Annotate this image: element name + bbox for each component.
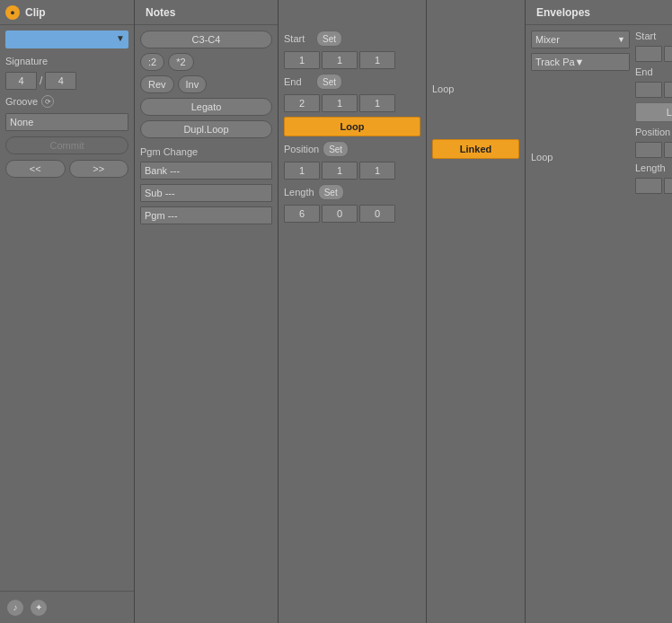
env-end-input-1[interactable] (635, 82, 662, 98)
start-label: Start (284, 33, 313, 44)
prev-button[interactable]: << (5, 160, 66, 178)
clip-panel: ● Clip ▼ Signature / Groove ⟳ Commit (0, 0, 135, 623)
env-position-label: Position (635, 127, 672, 137)
env-length-inputs (635, 178, 672, 194)
env-len-input-1[interactable] (635, 178, 662, 194)
loop-content: Loop Linked (427, 25, 525, 164)
envelopes-main: Mixer ▼ Track Pa▼ Loop Start (526, 25, 672, 199)
groove-input[interactable] (5, 113, 128, 131)
dupl-loop-button[interactable]: Dupl.Loop (140, 120, 272, 138)
signature-inputs: / (5, 72, 128, 90)
loop-spacer2 (432, 99, 519, 135)
commit-button[interactable]: Commit (5, 136, 128, 154)
legato-button[interactable]: Legato (140, 98, 272, 116)
loop-section-label: Loop (432, 83, 519, 94)
device-dropdown[interactable]: Mixer ▼ (531, 31, 630, 48)
signature-label: Signature (5, 56, 48, 66)
clip-header-circle[interactable]: ● (5, 5, 20, 20)
start-row: Start Set (284, 31, 420, 47)
env-length-label: Length (635, 162, 672, 173)
groove-row: Groove ⟳ (5, 95, 128, 108)
notes-title: Notes (146, 6, 175, 19)
start-input-2[interactable] (322, 51, 358, 69)
notes-header: Notes (135, 0, 278, 25)
length-input-3[interactable] (359, 205, 395, 223)
pgm-input[interactable] (140, 206, 272, 224)
nav-row: << >> (5, 160, 128, 178)
audio-icon[interactable]: ✦ (31, 600, 47, 616)
inv-button[interactable]: Inv (178, 75, 208, 93)
envelopes-panel: Envelopes + Mixer ▼ Track Pa▼ Loop S (526, 0, 672, 623)
start-input-1[interactable] (284, 51, 320, 69)
sig-slash: / (40, 75, 42, 87)
env-end-input-2[interactable] (664, 82, 672, 98)
position-input-1[interactable] (284, 162, 320, 180)
end-input-2[interactable] (322, 94, 358, 112)
signature-numerator[interactable] (5, 72, 37, 90)
position-input-2[interactable] (322, 162, 358, 180)
notes-panel: Notes C3-C4 :2 *2 Rev Inv Legato Dupl.Lo… (135, 0, 279, 623)
bank-input[interactable] (140, 162, 272, 180)
end-label: End (284, 76, 313, 87)
linked-button[interactable]: Linked (432, 139, 519, 159)
device-dropdown-arrow: ▼ (617, 35, 625, 44)
env-start-label: Start (635, 31, 672, 41)
env-start-input-1[interactable] (635, 46, 662, 62)
track-dropdown[interactable]: Track Pa▼ (531, 53, 630, 71)
notes-content: C3-C4 :2 *2 Rev Inv Legato Dupl.Loop Pgm… (135, 25, 278, 623)
position-input-3[interactable] (359, 162, 395, 180)
loop-button[interactable]: Loop (284, 117, 420, 136)
position-content: Start Set End Set Loop Position (279, 25, 426, 623)
midi-icon[interactable]: ♪ (7, 600, 23, 616)
groove-label: Groove (5, 96, 38, 107)
env-pos-input-2[interactable] (664, 142, 672, 158)
env-position-inputs (635, 142, 672, 158)
env-pos-input-1[interactable] (635, 142, 662, 158)
signature-row: Signature (5, 56, 128, 66)
env-spacer (531, 75, 630, 147)
position-inputs (284, 162, 420, 180)
end-input-3[interactable] (359, 94, 395, 112)
position-label: Position (284, 144, 319, 154)
transpose-down-button[interactable]: :2 (140, 53, 164, 71)
length-label: Length (284, 187, 314, 197)
end-set-button[interactable]: Set (316, 74, 342, 90)
sub-input[interactable] (140, 184, 272, 202)
envelopes-header: Envelopes + (526, 0, 672, 25)
clip-content: ▼ Signature / Groove ⟳ Commit << (0, 25, 134, 591)
pgm-change-label: Pgm Change (140, 146, 272, 157)
env-left: Mixer ▼ Track Pa▼ Loop (531, 31, 630, 194)
position-row: Position Set (284, 141, 420, 157)
loop-panel: Loop Linked (427, 0, 526, 623)
groove-icon[interactable]: ⟳ (41, 95, 54, 108)
env-loop-button[interactable]: Loop (635, 102, 672, 122)
env-end-inputs (635, 82, 672, 98)
clip-bottom: ♪ ✦ (0, 591, 134, 623)
length-input-1[interactable] (284, 205, 320, 223)
length-set-button[interactable]: Set (318, 184, 344, 200)
note-range-button[interactable]: C3-C4 (140, 31, 272, 48)
start-input-3[interactable] (359, 51, 395, 69)
loop-spacer1 (432, 31, 519, 79)
env-len-input-2[interactable] (664, 178, 672, 194)
envelopes-title: Envelopes (536, 6, 590, 19)
start-set-button[interactable]: Set (316, 31, 342, 47)
color-bar-arrow: ▼ (116, 33, 125, 43)
transpose-row: :2 *2 (140, 53, 272, 71)
end-row: End Set (284, 74, 420, 90)
transpose-up-button[interactable]: *2 (168, 53, 193, 71)
next-button[interactable]: >> (69, 160, 129, 178)
clip-title: Clip (25, 6, 46, 19)
position-set-button[interactable]: Set (323, 141, 349, 157)
end-inputs (284, 94, 420, 112)
signature-denominator[interactable] (45, 72, 76, 90)
length-inputs (284, 205, 420, 223)
env-start-input-2[interactable] (664, 46, 672, 62)
rev-button[interactable]: Rev (140, 75, 174, 93)
length-input-2[interactable] (322, 205, 358, 223)
env-right: Start End Loop Position (635, 31, 672, 194)
end-input-1[interactable] (284, 94, 320, 112)
env-loop-label: Loop (531, 152, 630, 162)
position-panel: Start Set End Set Loop Position (279, 0, 427, 623)
clip-color-bar[interactable]: ▼ (5, 31, 128, 48)
